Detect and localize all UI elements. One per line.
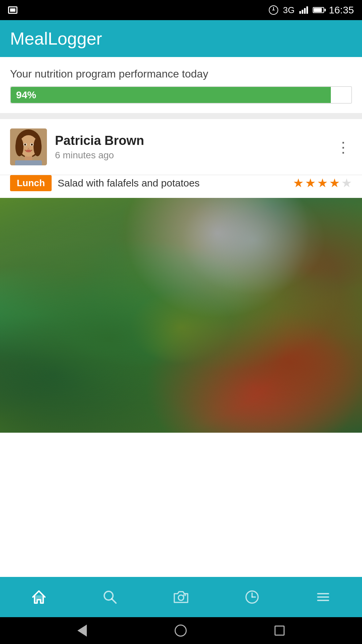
notification-icon — [8, 6, 17, 14]
nav-history[interactable] — [217, 577, 288, 617]
svg-point-14 — [178, 595, 184, 600]
clock-icon — [243, 588, 261, 606]
nav-home[interactable] — [3, 577, 74, 617]
star-4: ★ — [329, 176, 340, 190]
section-divider — [0, 113, 362, 119]
status-bar: 3G 16:35 — [0, 0, 362, 20]
nutrition-label: Your nutrition program performance today — [10, 68, 352, 80]
status-bar-right: 3G 16:35 — [269, 4, 354, 16]
svg-point-4 — [15, 138, 23, 156]
back-button[interactable] — [77, 625, 87, 637]
bottom-nav — [0, 577, 362, 617]
svg-point-5 — [34, 138, 42, 156]
progress-bar-text: 94% — [16, 89, 36, 101]
camera-icon — [172, 588, 190, 606]
svg-line-13 — [112, 599, 116, 603]
star-2: ★ — [305, 176, 316, 190]
svg-point-9 — [31, 144, 33, 146]
battery-fill — [314, 8, 322, 12]
svg-point-8 — [24, 144, 26, 146]
battery-icon — [313, 7, 324, 13]
svg-rect-11 — [15, 160, 42, 165]
star-5: ★ — [341, 176, 352, 190]
meal-tag-row: Lunch Salad with falafels and potatoes ★… — [0, 175, 362, 198]
post-time: 6 minutes ago — [55, 150, 352, 161]
svg-point-10 — [25, 150, 32, 152]
rating-stars: ★ ★ ★ ★ ★ — [293, 176, 352, 190]
progress-bar-fill: 94% — [11, 87, 331, 103]
signal-bar-2 — [302, 10, 303, 14]
post-more-button[interactable]: ⋮ — [333, 135, 354, 159]
home-icon — [30, 588, 48, 606]
app-title: MealLogger — [10, 29, 102, 49]
meal-image-overlay — [0, 198, 362, 433]
signal-bar-1 — [299, 11, 301, 14]
post-card: Patricia Brown 6 minutes ago ⋮ Lunch Sal… — [0, 119, 362, 433]
signal-bars — [299, 6, 308, 14]
star-1: ★ — [293, 176, 304, 190]
main-content: Your nutrition program performance today… — [0, 57, 362, 577]
nav-camera[interactable] — [145, 577, 217, 617]
star-3: ★ — [317, 176, 328, 190]
avatar-image — [10, 128, 47, 165]
avatar — [10, 128, 47, 165]
meal-name: Salad with falafels and potatoes — [58, 177, 287, 189]
alarm-icon — [269, 5, 278, 15]
network-indicator: 3G — [283, 5, 295, 15]
search-icon — [101, 588, 119, 606]
home-button[interactable] — [175, 625, 187, 637]
post-header: Patricia Brown 6 minutes ago ⋮ — [0, 119, 362, 175]
post-username: Patricia Brown — [55, 133, 352, 148]
android-nav-bar — [0, 617, 362, 644]
recents-square-icon — [275, 626, 285, 636]
nav-menu[interactable] — [288, 577, 359, 617]
signal-bar-4 — [306, 6, 308, 14]
svg-rect-15 — [184, 594, 186, 596]
nutrition-section: Your nutrition program performance today… — [0, 57, 362, 113]
meal-tag: Lunch — [10, 175, 52, 191]
recents-button[interactable] — [275, 626, 285, 636]
menu-icon — [314, 588, 332, 606]
signal-bar-3 — [304, 8, 306, 14]
status-bar-left — [8, 6, 17, 14]
meal-image[interactable] — [0, 198, 362, 433]
app-header: MealLogger — [0, 20, 362, 57]
back-triangle-icon — [77, 625, 87, 637]
nav-search[interactable] — [74, 577, 145, 617]
progress-bar-container: 94% — [10, 86, 352, 104]
post-user-info: Patricia Brown 6 minutes ago — [55, 133, 352, 161]
status-time: 16:35 — [329, 4, 354, 16]
home-circle-icon — [175, 625, 187, 637]
